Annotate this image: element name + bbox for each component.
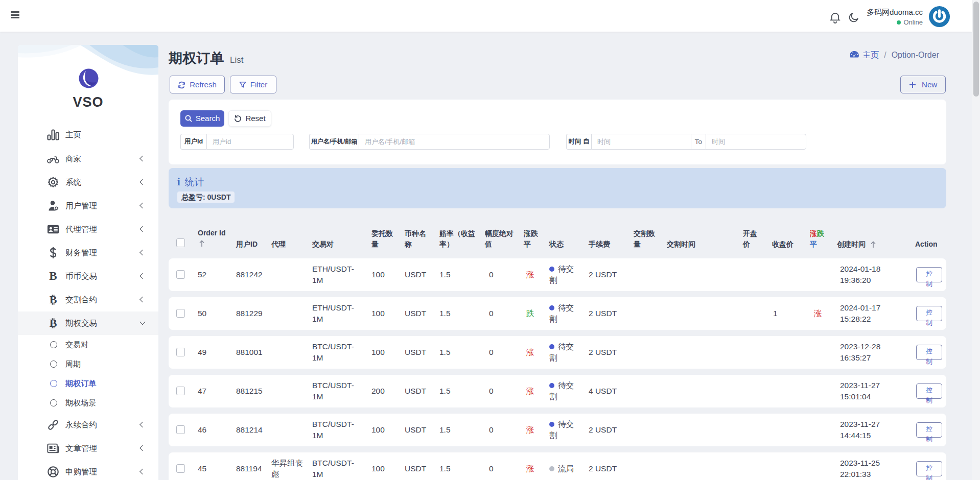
svg-text:B: B — [49, 270, 57, 282]
svg-text:B: B — [50, 294, 57, 306]
svg-text:B: B — [50, 317, 57, 329]
